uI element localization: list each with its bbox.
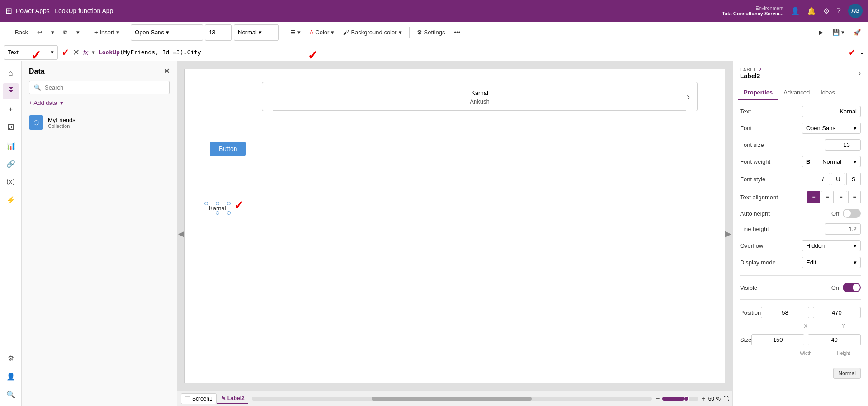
align-justify-button[interactable]: ≡ (848, 191, 861, 203)
home-icon-btn[interactable]: ⌂ (3, 65, 19, 81)
help-icon[interactable]: ? (837, 7, 841, 15)
back-button[interactable]: ← Back (4, 24, 32, 41)
publish-button[interactable]: 🚀 (850, 24, 864, 41)
insert-icon-btn[interactable]: + (3, 101, 19, 118)
canvas-label-selected[interactable]: Karnal (206, 203, 229, 213)
strikethrough-button[interactable]: S (846, 173, 861, 185)
size-inputs (751, 334, 861, 345)
prop-displaymode-label: Display mode (740, 259, 776, 266)
align-right-button[interactable]: ≡ (835, 191, 847, 203)
label2-tab[interactable]: ✎ Label2 (217, 393, 248, 404)
connectors-icon-btn[interactable]: 🔗 (3, 156, 19, 172)
formula-confirm-icon[interactable]: ✓ (61, 47, 69, 58)
more-options-button[interactable]: ••• (451, 24, 464, 41)
preview-button[interactable]: ▶ (815, 24, 827, 41)
prop-fontstyle-label: Font style (740, 176, 765, 183)
resize-handle-br[interactable] (227, 211, 231, 215)
size-width-input[interactable] (751, 334, 804, 345)
canvas-button[interactable]: Button (210, 142, 246, 156)
property-selector[interactable]: Text ▾ (4, 45, 58, 60)
notification-icon[interactable]: 🔔 (807, 7, 816, 15)
zoom-out-button[interactable]: − (656, 395, 660, 403)
font-dropdown-icon: ▾ (854, 125, 857, 132)
canvas-scroll-right[interactable]: ▶ (725, 229, 731, 239)
background-color-button[interactable]: 🖌 Background color ▾ (340, 24, 405, 41)
save-button[interactable]: 💾 ▾ (829, 24, 848, 41)
resize-handle-tr[interactable] (227, 202, 231, 205)
prop-text-input[interactable] (802, 106, 861, 117)
avatar[interactable]: AG (848, 4, 863, 18)
formula-confirm-check[interactable]: ✓ (848, 47, 856, 58)
controls-icon-btn[interactable]: ⚡ (3, 192, 19, 208)
auto-height-toggle[interactable] (843, 209, 861, 218)
label-help-icon[interactable]: ? (759, 67, 762, 72)
prop-fontweight-selector[interactable]: B Normal ▾ (802, 156, 861, 167)
position-y-input[interactable] (813, 307, 861, 318)
copy-button[interactable]: ⧉ (60, 24, 71, 41)
profile-icon[interactable]: 👤 (791, 7, 800, 15)
data-panel-close-button[interactable]: ✕ (164, 67, 170, 76)
media-icon-btn[interactable]: 🖼 (3, 119, 19, 136)
variables-icon-btn[interactable]: (x) (3, 174, 19, 190)
prop-displaymode-selector[interactable]: Edit ▾ (802, 257, 861, 268)
scrollbar-thumb[interactable] (372, 397, 532, 401)
zoom-in-button[interactable]: + (701, 395, 705, 403)
card-arrow-icon[interactable]: › (687, 91, 690, 103)
font-weight-selector[interactable]: Normal ▾ (234, 24, 279, 41)
data-panel-search-box[interactable]: 🔍 (29, 81, 170, 94)
visible-toggle[interactable] (843, 283, 861, 292)
prop-fontsize-input[interactable] (825, 139, 861, 151)
fullscreen-button[interactable]: ⛶ (723, 396, 729, 402)
size-height-input[interactable] (808, 334, 861, 345)
underline-button[interactable]: U (831, 173, 845, 185)
settings-icon-btn[interactable]: ⚙ (3, 350, 19, 366)
prop-lineheight-input[interactable] (825, 223, 861, 235)
zoom-slider[interactable] (662, 397, 698, 401)
tab-ideas[interactable]: Ideas (815, 85, 840, 100)
tab-properties[interactable]: Properties (738, 85, 778, 100)
properties-expand-icon[interactable]: › (859, 69, 861, 77)
resize-handle-tl[interactable] (204, 202, 208, 205)
zoom-value: 60 % (708, 396, 721, 402)
settings-button[interactable]: ⚙ Settings (413, 24, 449, 41)
data-panel-title: Data (29, 67, 45, 76)
paste-dropdown[interactable]: ▾ (73, 24, 83, 41)
settings-icon[interactable]: ⚙ (823, 7, 830, 15)
apps-grid-icon[interactable]: ⊞ (5, 6, 12, 16)
data-icon-btn[interactable]: 🗄 (3, 83, 19, 99)
search-input[interactable] (45, 84, 165, 91)
search-icon-btn[interactable]: 🔍 (3, 386, 19, 402)
italic-button[interactable]: I (816, 173, 830, 185)
font-selector[interactable]: Open Sans ▾ (131, 24, 203, 41)
color-button[interactable]: A Color ▾ (306, 24, 338, 41)
collection-item-myfriends[interactable]: ⬡ MyFriends Collection (22, 112, 177, 133)
canvas-scroll-left[interactable]: ◀ (178, 229, 184, 239)
prop-font-selector[interactable]: Open Sans ▾ (802, 123, 861, 134)
screen1-tab[interactable]: Screen1 (181, 393, 217, 404)
formula-expand-icon[interactable]: ▾ (92, 49, 95, 56)
format-options-button[interactable]: ☰ ▾ (287, 24, 304, 41)
prop-autoheight-row: Auto height Off (740, 209, 861, 218)
formula-expand-right[interactable]: ⌄ (859, 49, 864, 56)
resize-handle-bc[interactable] (216, 211, 219, 215)
insert-button[interactable]: + Insert ▾ (91, 24, 123, 41)
toolbar: ← Back ↩ ▾ ⧉ ▾ + Insert ▾ Open Sans ▾ 13… (0, 22, 868, 43)
position-labels-row: X Y (740, 324, 861, 329)
formula-cancel-icon[interactable]: ✕ (73, 47, 80, 57)
prop-font-row: Font Open Sans ▾ (740, 123, 861, 134)
add-data-button[interactable]: + Add data ▾ (29, 99, 170, 106)
font-size-selector[interactable]: 13 (205, 24, 232, 41)
position-x-input[interactable] (761, 307, 809, 318)
analytics-icon-btn[interactable]: 📊 (3, 137, 19, 154)
tab-advanced[interactable]: Advanced (778, 85, 815, 100)
undo-dropdown[interactable]: ▾ (47, 24, 58, 41)
undo-button[interactable]: ↩ (33, 24, 46, 41)
formula-input[interactable]: LookUp(MyFriends, Id =3).City (99, 49, 844, 56)
account-icon-btn[interactable]: 👤 (3, 368, 19, 384)
align-center-button[interactable]: ≡ (821, 191, 834, 203)
zoom-knob[interactable] (684, 396, 689, 401)
scrollbar-track[interactable] (252, 397, 652, 401)
resize-handle-tc[interactable] (216, 202, 219, 205)
prop-overflow-selector[interactable]: Hidden ▾ (802, 240, 861, 251)
align-left-button[interactable]: ≡ (807, 191, 820, 203)
